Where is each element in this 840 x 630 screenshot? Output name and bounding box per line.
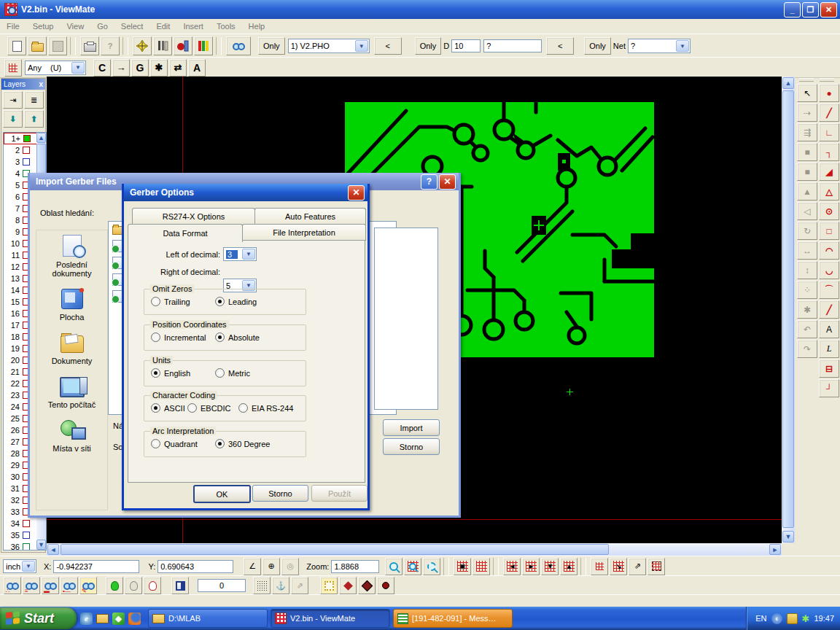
draw-arc-button[interactable]: ◠ [819,241,839,260]
select-area-button[interactable] [648,558,665,575]
radio-option[interactable]: English [151,368,190,378]
draw-arc2-button[interactable]: ◡ [819,261,839,279]
draw-dimension-button[interactable]: ⊟ [819,359,839,378]
menu-help[interactable]: Help [242,20,272,32]
draw-angle-button[interactable]: ◢ [819,163,839,181]
radio-option[interactable]: Metric [215,368,250,378]
y-coordinate-field[interactable]: 0.690643 [158,560,233,573]
quicklaunch-app-icon[interactable]: ◆ [112,612,125,625]
pattern-select-button[interactable] [4,59,22,77]
task-button[interactable]: [191-482-091] - Mess… [393,609,513,628]
text-filter-button[interactable]: A [188,59,206,77]
redo-rotate-button[interactable]: ↷ [797,340,817,358]
draw-pad-button[interactable]: ● [819,84,839,102]
net-combo[interactable]: ? ▼ [628,39,691,53]
radio-unselected-icon[interactable] [187,403,197,413]
zoom-window-button[interactable] [423,558,440,575]
place-documents[interactable]: Dokumenty [36,331,107,365]
tab-rs274-x-options[interactable]: RS274-X Options [132,208,255,225]
radio-option[interactable]: Incremental [151,332,206,342]
radio-selected-icon[interactable] [151,368,160,378]
radio-option[interactable]: Absolute [215,332,260,342]
menu-setup[interactable]: Setup [26,20,61,32]
firefox-icon[interactable] [128,612,141,625]
draw-circle-button[interactable]: ⊙ [819,202,839,220]
draw-round-corner-button[interactable]: ┘ [819,379,839,397]
only-layer-button[interactable]: Only [258,37,285,55]
component-filter-button[interactable]: C [93,59,111,77]
grid-step-button[interactable]: ↘ [610,558,627,575]
scroll-down-icon[interactable]: ▼ [782,531,794,542]
highlight-off-button[interactable] [125,577,142,594]
icq-flower-icon[interactable]: ✱ [802,613,810,624]
context-help-button[interactable]: ? [101,36,120,55]
menu-edit[interactable]: Edit [149,20,176,32]
hide-icons-icon[interactable]: ‹ [771,613,782,624]
menu-select[interactable]: Select [114,20,150,32]
rotate-button[interactable]: ↻ [797,222,817,240]
chevron-down-icon[interactable]: ▼ [22,561,35,572]
layer-combo[interactable]: 1) V2.PHO ▼ [288,39,370,53]
pattern-pad2-button[interactable] [358,577,376,594]
maximize-button[interactable]: ❐ [802,2,819,18]
language-indicator[interactable]: EN [755,614,766,623]
tab-data-format[interactable]: Data Format [128,224,243,242]
apply-button[interactable]: Použít [311,485,368,502]
draw-rectangle-button[interactable]: □ [819,222,839,240]
scroll-up-icon[interactable]: ▲ [36,133,46,143]
layer-color-chip[interactable] [23,135,31,142]
save-button[interactable] [48,36,67,55]
stretch-v-button[interactable]: ↕ [797,261,817,279]
jump-path-button[interactable]: ⇗ [291,577,308,594]
x-coordinate-field[interactable]: -0.942237 [53,560,139,573]
quicklaunch-folder-icon[interactable] [96,612,109,625]
trace-filter-button[interactable]: ⇄ [169,59,187,77]
pattern-pad3-button[interactable] [377,577,394,594]
help-icon[interactable]: ? [421,174,438,190]
highlight-on-button[interactable] [106,577,123,594]
chevron-down-icon[interactable]: ▼ [676,40,689,52]
relative-origin-button[interactable]: ◎ [281,558,299,575]
prev-dcode-button[interactable]: < [546,37,574,55]
step-repeat-button[interactable]: ⁘ [797,281,817,299]
hscroll-thumb[interactable] [61,544,609,555]
radio-unselected-icon[interactable] [238,403,248,413]
minimize-button[interactable]: _ [784,2,801,18]
scroll-right-icon[interactable]: ► [769,544,781,555]
dcode-filter-input[interactable]: ? [483,39,542,52]
internet-explorer-icon[interactable]: e [80,612,93,625]
film-c-button[interactable] [174,36,192,55]
pan-up-button[interactable]: ▲ [560,558,578,575]
zoom-grid-button[interactable] [404,558,421,575]
place-recent-documents[interactable]: Poslední dokumenty [36,235,107,278]
view-traces-button[interactable]: ≡ [23,577,40,594]
menu-view[interactable]: View [60,20,90,32]
radio-unselected-icon[interactable] [151,332,160,342]
left-decimal-combo[interactable]: 3 ▼ [223,247,257,261]
draw-bend-button[interactable]: ┐ [819,143,839,161]
mirror-vertical-button[interactable]: ▲ [797,182,817,201]
zoom-in-button[interactable] [385,558,402,575]
radio-option[interactable]: Quadrant [151,439,198,448]
chevron-down-icon[interactable]: ▼ [355,40,368,52]
pan-right-button[interactable]: ► [522,558,540,575]
vscroll-thumb[interactable] [782,90,794,528]
radio-unselected-icon[interactable] [151,297,160,306]
print-button[interactable] [80,36,99,55]
draw-triangle-button[interactable]: △ [819,182,839,201]
quad-view-button[interactable] [171,577,189,594]
pan-left-button[interactable]: ◄ [503,558,521,575]
layer-color-chip[interactable] [23,520,30,527]
gerber-cancel-button[interactable]: Storno [252,485,308,502]
layer-color-chip[interactable] [23,158,30,166]
scroll-up-icon[interactable]: ▲ [782,77,794,89]
grid-small-button[interactable] [591,558,608,575]
ok-button[interactable]: OK [193,485,251,503]
place-desktop[interactable]: Plocha [36,287,107,322]
anchor-button[interactable]: ⚓ [272,577,289,594]
probe-button[interactable] [144,577,161,594]
layers-panel-titlebar[interactable]: Layers x [1,79,45,90]
layer-up-button[interactable]: ⬆ [24,110,44,128]
start-button[interactable]: Start [0,607,77,629]
place-my-computer[interactable]: Tento počítač [36,375,107,409]
